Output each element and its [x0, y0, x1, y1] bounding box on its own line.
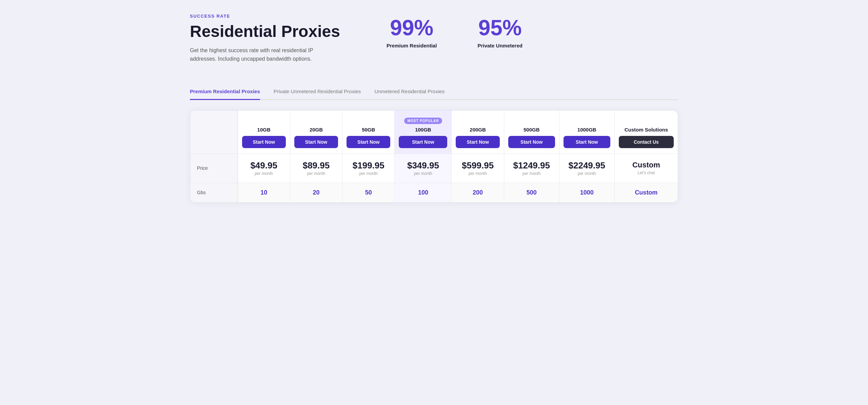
price-amount-500gb: $1249.95	[508, 161, 555, 170]
gbs-20gb: 20	[290, 183, 342, 202]
price-amount-custom: Custom	[619, 161, 674, 169]
price-amount-20gb: $89.95	[294, 161, 338, 170]
price-200gb: $599.95 per month	[452, 154, 504, 183]
success-rate-label: SUCCESS RATE	[190, 14, 366, 19]
header-left: SUCCESS RATE Residential Proxies Get the…	[190, 14, 366, 63]
start-now-button-1000gb[interactable]: Start Now	[564, 136, 610, 148]
gbs-10gb: 10	[238, 183, 290, 202]
tab-premium-residential[interactable]: Premium Residential Proxies	[190, 84, 260, 100]
price-amount-1000gb: $2249.95	[564, 161, 610, 170]
price-row: Price $49.95 per month $89.95 per month …	[190, 154, 678, 183]
stat-private-label: Private Unmetered	[477, 43, 522, 48]
most-popular-badge: MOST POPULAR	[404, 118, 442, 124]
price-period-500gb: per month	[508, 171, 555, 176]
col-header-50gb: 50GB Start Now	[342, 110, 395, 154]
gbs-value-1000gb: 1000	[580, 189, 594, 196]
price-amount-10gb: $49.95	[242, 161, 286, 170]
size-label-500gb: 500GB	[508, 127, 555, 133]
col-header-custom: Custom Solutions Contact Us	[614, 110, 678, 154]
price-amount-50gb: $199.95	[347, 161, 390, 170]
tab-unmetered-residential[interactable]: Unmetered Residential Proxies	[374, 84, 445, 100]
tabs-list: Premium Residential Proxies Private Unme…	[190, 84, 678, 100]
price-10gb: $49.95 per month	[238, 154, 290, 183]
col-header-20gb: 20GB Start Now	[290, 110, 342, 154]
size-label-1000gb: 1000GB	[564, 127, 610, 133]
gbs-custom: Custom	[614, 183, 678, 202]
gbs-row: Gbs 10 20 50 100 200	[190, 183, 678, 202]
size-label-50gb: 50GB	[347, 127, 390, 133]
gbs-value-100gb: 100	[418, 189, 428, 196]
page-wrapper: SUCCESS RATE Residential Proxies Get the…	[190, 14, 678, 203]
gbs-value-10gb: 10	[260, 189, 267, 196]
page-description: Get the highest success rate with real r…	[190, 46, 319, 63]
gbs-50gb: 50	[342, 183, 395, 202]
price-period-20gb: per month	[294, 171, 338, 176]
size-label-custom: Custom Solutions	[619, 127, 674, 133]
price-period-100gb: per month	[399, 171, 447, 176]
contact-us-button[interactable]: Contact Us	[619, 136, 674, 148]
size-label-100gb: 100GB	[399, 127, 447, 133]
gbs-500gb: 500	[504, 183, 559, 202]
price-amount-200gb: $599.95	[456, 161, 499, 170]
start-now-button-20gb[interactable]: Start Now	[294, 136, 338, 148]
price-20gb: $89.95 per month	[290, 154, 342, 183]
col-header-200gb: 200GB Start Now	[452, 110, 504, 154]
tabs-section: Premium Residential Proxies Private Unme…	[190, 84, 678, 100]
gbs-200gb: 200	[452, 183, 504, 202]
gbs-value-20gb: 20	[313, 189, 319, 196]
start-now-button-200gb[interactable]: Start Now	[456, 136, 499, 148]
stat-premium-number: 99%	[387, 17, 437, 39]
start-now-button-100gb[interactable]: Start Now	[399, 136, 447, 148]
gbs-value-custom: Custom	[635, 189, 657, 196]
stat-private-number: 95%	[477, 17, 522, 39]
gbs-100gb: 100	[395, 183, 452, 202]
start-now-button-500gb[interactable]: Start Now	[508, 136, 555, 148]
gbs-1000gb: 1000	[559, 183, 614, 202]
price-period-custom: Let's chat	[637, 170, 655, 175]
col-header-1000gb: 1000GB Start Now	[559, 110, 614, 154]
size-label-200gb: 200GB	[456, 127, 499, 133]
price-period-10gb: per month	[242, 171, 286, 176]
header-empty-cell	[190, 110, 238, 154]
pricing-table-wrapper: 10GB Start Now 20GB Start Now 50GB Start…	[190, 110, 678, 203]
gbs-value-200gb: 200	[473, 189, 483, 196]
price-period-200gb: per month	[456, 171, 499, 176]
gbs-row-label: Gbs	[190, 183, 238, 202]
col-header-10gb: 10GB Start Now	[238, 110, 290, 154]
col-header-100gb: MOST POPULAR 100GB Start Now	[395, 110, 452, 154]
table-header-row: 10GB Start Now 20GB Start Now 50GB Start…	[190, 110, 678, 154]
price-period-50gb: per month	[347, 171, 390, 176]
header-stats: 99% Premium Residential 95% Private Unme…	[387, 14, 522, 48]
stat-premium-label: Premium Residential	[387, 43, 437, 48]
stat-private-unmetered: 95% Private Unmetered	[477, 17, 522, 48]
size-label-20gb: 20GB	[294, 127, 338, 133]
price-50gb: $199.95 per month	[342, 154, 395, 183]
start-now-button-50gb[interactable]: Start Now	[347, 136, 390, 148]
stat-premium-residential: 99% Premium Residential	[387, 17, 437, 48]
size-label-10gb: 10GB	[242, 127, 286, 133]
start-now-button-10gb[interactable]: Start Now	[242, 136, 286, 148]
gbs-value-50gb: 50	[365, 189, 372, 196]
col-header-500gb: 500GB Start Now	[504, 110, 559, 154]
page-title: Residential Proxies	[190, 23, 366, 41]
price-500gb: $1249.95 per month	[504, 154, 559, 183]
price-custom: Custom Let's chat	[614, 154, 678, 183]
price-row-label: Price	[190, 154, 238, 183]
price-amount-100gb: $349.95	[399, 161, 447, 170]
tab-private-unmetered[interactable]: Private Unmetered Residential Proxies	[274, 84, 361, 100]
price-period-1000gb: per month	[564, 171, 610, 176]
pricing-table: 10GB Start Now 20GB Start Now 50GB Start…	[190, 110, 678, 202]
header-section: SUCCESS RATE Residential Proxies Get the…	[190, 14, 678, 63]
price-1000gb: $2249.95 per month	[559, 154, 614, 183]
gbs-value-500gb: 500	[527, 189, 537, 196]
price-100gb: $349.95 per month	[395, 154, 452, 183]
